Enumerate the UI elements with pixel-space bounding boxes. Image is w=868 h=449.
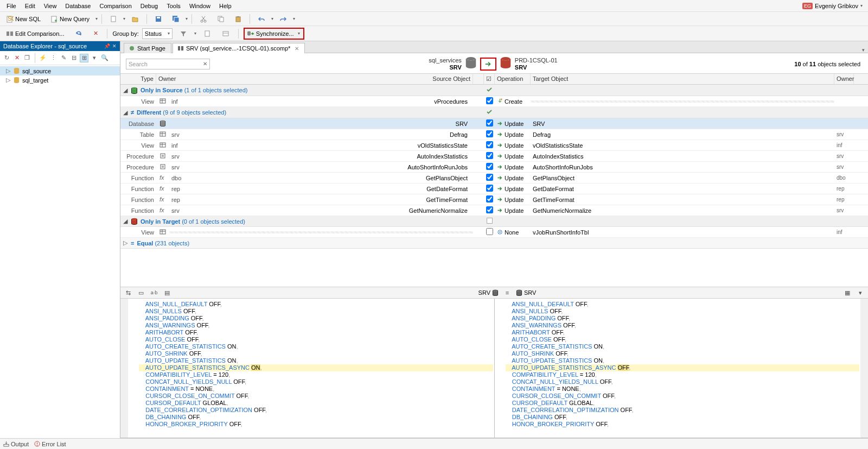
- row-checkbox[interactable]: [486, 174, 493, 181]
- group-only-in-source[interactable]: ◢ Only in Source (1 of 1 objects selecte…: [120, 85, 868, 96]
- menu-comparison[interactable]: Comparison: [95, 1, 136, 11]
- tab-overflow-icon[interactable]: ▾: [858, 47, 868, 53]
- sync-direction-icon[interactable]: [480, 58, 496, 71]
- col-type[interactable]: Type: [120, 74, 156, 84]
- user-menu[interactable]: EG Evgeniy Gribkov ▾: [799, 2, 866, 10]
- redo-icon[interactable]: [276, 14, 291, 24]
- filter-icon[interactable]: [176, 28, 191, 39]
- copy-icon[interactable]: [213, 14, 228, 24]
- search-input[interactable]: Search ✕: [126, 59, 210, 69]
- col-checkbox[interactable]: ☑: [484, 74, 495, 84]
- refresh-icon[interactable]: [71, 28, 86, 39]
- table-row[interactable]: Database SRV Update SRV: [120, 118, 868, 129]
- table-row[interactable]: View infvOldStatisticsState Update vOldS…: [120, 140, 868, 151]
- explorer-group-icon[interactable]: ⊞: [80, 54, 88, 62]
- new-file-icon[interactable]: [106, 14, 121, 24]
- undo-icon[interactable]: [254, 14, 269, 24]
- new-query-button[interactable]: New Query: [47, 14, 93, 24]
- menu-window[interactable]: Window: [185, 1, 215, 11]
- menu-database[interactable]: Database: [61, 1, 95, 11]
- explorer-collapse-icon[interactable]: ⊟: [69, 54, 78, 62]
- table-row[interactable]: Procedure srvAutoIndexStatistics Update …: [120, 151, 868, 162]
- row-checkbox[interactable]: [486, 119, 493, 127]
- open-icon[interactable]: [127, 14, 143, 24]
- save-icon[interactable]: [151, 14, 166, 24]
- new-sql-button[interactable]: SQL New SQL: [2, 14, 44, 24]
- expand-icon[interactable]: ▷: [5, 67, 11, 74]
- menu-tools[interactable]: Tools: [162, 1, 185, 11]
- diff-layout-icon[interactable]: ▦: [843, 288, 852, 297]
- expand-icon[interactable]: ▷: [123, 239, 128, 246]
- table-row[interactable]: View None vJobRunShortInfoTblinf: [120, 227, 868, 238]
- col-source-object[interactable]: Source Object: [169, 74, 473, 84]
- explorer-new-conn-icon[interactable]: ⚡: [39, 54, 47, 62]
- cut-icon[interactable]: [196, 14, 211, 24]
- col-operation[interactable]: Operation: [495, 74, 531, 84]
- row-checkbox[interactable]: [486, 152, 493, 159]
- tab-start-page[interactable]: Start Page: [124, 43, 171, 53]
- row-checkbox[interactable]: [486, 185, 493, 192]
- explorer-refresh-icon[interactable]: ↻: [2, 54, 11, 62]
- diff-right-pane[interactable]: ANSI_NULL_DEFAULT OFF, ANSI_NULLS OFF, A…: [495, 299, 861, 438]
- collapse-icon[interactable]: ◢: [123, 218, 128, 225]
- save-all-icon[interactable]: [168, 14, 183, 24]
- close-panel-icon[interactable]: ✕: [112, 43, 117, 49]
- tab-comparison-doc[interactable]: SRV (sql_service...-1CSQL-01).scomp* ✕: [173, 43, 305, 53]
- menu-view[interactable]: View: [40, 1, 61, 11]
- menu-edit[interactable]: Edit: [21, 1, 40, 11]
- diff-char-icon[interactable]: a·b: [150, 288, 158, 297]
- edit-comparison-button[interactable]: Edit Comparison...: [2, 28, 68, 39]
- col-owner2[interactable]: Owner: [834, 74, 854, 84]
- error-list-tab[interactable]: Error List: [34, 441, 66, 447]
- table-row[interactable]: View infvProcedures Create: [120, 96, 868, 107]
- row-checkbox[interactable]: [486, 206, 493, 213]
- diff-menu-icon[interactable]: ▾: [856, 288, 865, 297]
- row-checkbox[interactable]: [486, 228, 493, 235]
- table-row[interactable]: Function repGetDateFormat Update GetDate…: [120, 184, 868, 194]
- diff-left-ruler[interactable]: [120, 299, 128, 438]
- diff-left-pane[interactable]: ANSI_NULL_DEFAULT OFF, ANSI_NULLS OFF, A…: [128, 299, 495, 438]
- stop-icon[interactable]: ✕: [90, 28, 102, 39]
- explorer-filter-icon[interactable]: ▾: [90, 54, 99, 62]
- diff-sync-icon[interactable]: ≡: [503, 288, 512, 297]
- menu-help[interactable]: Help: [215, 1, 236, 11]
- row-checkbox[interactable]: [486, 97, 493, 104]
- diff-swap-icon[interactable]: ⇆: [124, 288, 132, 297]
- output-tab[interactable]: Output: [3, 441, 29, 447]
- col-owner[interactable]: Owner: [156, 74, 169, 84]
- explorer-props-icon[interactable]: ⋮: [49, 54, 58, 62]
- clear-search-icon[interactable]: ✕: [203, 61, 207, 67]
- explorer-search-icon[interactable]: 🔍: [100, 54, 109, 62]
- options-icon[interactable]: [218, 28, 233, 39]
- script-icon[interactable]: [200, 28, 215, 39]
- pin-icon[interactable]: 📌: [104, 43, 110, 49]
- tree-node-sql-target[interactable]: ▷ sql_target: [0, 75, 120, 85]
- explorer-copy-icon[interactable]: ❐: [23, 54, 31, 62]
- row-checkbox[interactable]: [486, 195, 493, 203]
- menu-debug[interactable]: Debug: [136, 1, 162, 11]
- table-row[interactable]: Function srvGetNumericNormalize Update G…: [120, 205, 868, 216]
- close-tab-icon[interactable]: ✕: [295, 46, 299, 52]
- group-only-in-target[interactable]: ◢ Only in Target (0 of 1 objects selecte…: [120, 216, 868, 227]
- table-row[interactable]: Table srvDefrag Update Defragsrv: [120, 129, 868, 140]
- table-row[interactable]: Procedure srvAutoShortInfoRunJobs Update…: [120, 162, 868, 173]
- explorer-script-icon[interactable]: ✎: [59, 54, 68, 62]
- col-target-object[interactable]: Target Object: [531, 74, 834, 84]
- group-equal[interactable]: ▷ = Equal (231 objects): [120, 238, 868, 249]
- row-checkbox[interactable]: [486, 130, 493, 137]
- table-row[interactable]: Function repGetTimeFormat Update GetTime…: [120, 194, 868, 205]
- groupby-select[interactable]: Status: [142, 28, 173, 39]
- menu-file[interactable]: File: [2, 1, 21, 11]
- explorer-delete-icon[interactable]: ✕: [12, 54, 21, 62]
- synchronize-button[interactable]: Synchronize... ▾: [244, 28, 304, 40]
- tree-node-sql-source[interactable]: ▷ sql_source: [0, 66, 120, 75]
- row-checkbox[interactable]: [486, 141, 493, 148]
- collapse-icon[interactable]: ◢: [123, 87, 128, 94]
- group-different[interactable]: ◢ ≠ Different (9 of 9 objects selected): [120, 107, 868, 118]
- expand-icon[interactable]: ▷: [5, 77, 11, 84]
- diff-inline-icon[interactable]: ▭: [137, 288, 145, 297]
- row-checkbox[interactable]: [486, 163, 493, 170]
- diff-right-ruler[interactable]: [860, 299, 868, 438]
- paste-icon[interactable]: [231, 14, 246, 24]
- collapse-icon[interactable]: ◢: [123, 109, 128, 116]
